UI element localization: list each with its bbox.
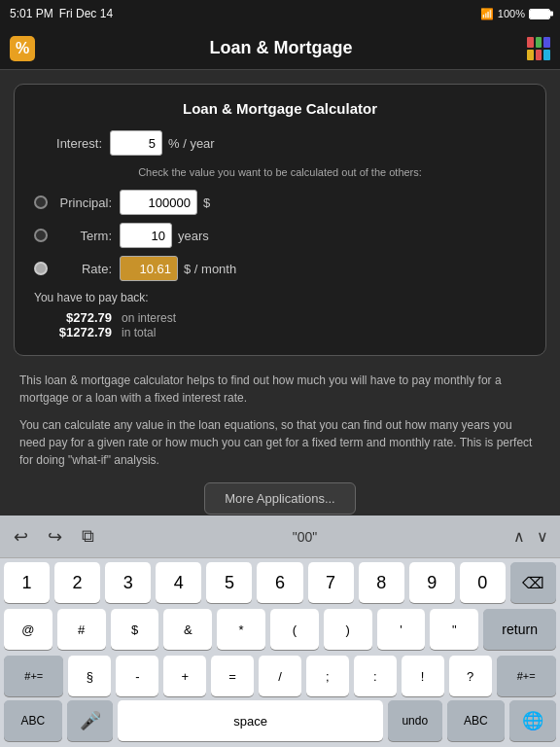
key-hash[interactable]: # <box>57 609 106 650</box>
key-dquote[interactable]: " <box>430 609 478 650</box>
key-4[interactable]: 4 <box>156 562 201 603</box>
key-colon[interactable]: : <box>354 656 397 696</box>
status-date: Fri Dec 14 <box>59 7 113 20</box>
interest-input[interactable] <box>110 130 162 156</box>
key-minus[interactable]: - <box>116 656 158 696</box>
key-ampersand[interactable]: & <box>163 609 212 650</box>
app-icon: % <box>10 36 35 61</box>
rate-label: Rate: <box>55 262 112 276</box>
key-dollar[interactable]: $ <box>111 609 159 650</box>
total-payback-row: $1272.79 in total <box>34 325 526 339</box>
main-content: Loan & Mortgage Calculator Interest: % /… <box>0 70 560 574</box>
rate-input[interactable] <box>120 256 178 281</box>
toolbar-left: ↩ ↪ ⧉ <box>8 522 100 551</box>
key-6[interactable]: 6 <box>257 562 302 603</box>
principal-label: Principal: <box>55 196 112 210</box>
symbol-row-2: #+= § - + = / ; : ! ? #+= <box>0 652 560 698</box>
key-equals[interactable]: = <box>211 656 254 696</box>
battery-icon <box>529 9 550 19</box>
key-return[interactable]: return <box>483 609 556 650</box>
key-rparen[interactable]: ) <box>324 609 372 650</box>
term-label: Term: <box>55 229 112 243</box>
undo-button[interactable]: ↩ <box>8 522 34 551</box>
description-para2: You can calculate any value in the loan … <box>19 416 541 469</box>
key-section[interactable]: § <box>68 656 111 696</box>
more-applications-button[interactable]: More Applications... <box>204 482 355 515</box>
page-title: Loan & Mortgage <box>35 38 527 58</box>
keyboard-toolbar: ↩ ↪ ⧉ "00" ∧ ∨ <box>0 516 560 558</box>
key-1[interactable]: 1 <box>4 562 50 603</box>
battery-fill <box>530 10 549 18</box>
key-squote[interactable]: ' <box>377 609 426 650</box>
term-unit: years <box>178 229 209 243</box>
toolbar-right: ∧ ∨ <box>509 523 552 550</box>
number-row: 1 2 3 4 5 6 7 8 9 0 ⌫ <box>0 558 560 605</box>
key-lparen[interactable]: ( <box>270 609 319 650</box>
battery-text: 100% <box>498 8 525 19</box>
key-more-symbols-2[interactable]: #+= <box>497 656 556 696</box>
symbol-row-1: @ # $ & * ( ) ' " return <box>0 605 560 652</box>
key-mic[interactable]: 🎤 <box>67 700 114 741</box>
status-time: 5:01 PM <box>10 7 53 20</box>
key-asterisk[interactable]: * <box>217 609 265 650</box>
key-abc-2[interactable]: ABC <box>447 700 506 741</box>
key-7[interactable]: 7 <box>308 562 354 603</box>
total-amount: $1272.79 <box>34 325 112 339</box>
term-input[interactable] <box>120 223 172 248</box>
interest-amount: $272.79 <box>34 310 112 325</box>
term-radio[interactable] <box>34 229 48 242</box>
check-note: Check the value you want to be calculate… <box>34 165 526 180</box>
key-undo[interactable]: undo <box>388 700 442 741</box>
wifi-icon: 📶 <box>480 8 494 20</box>
rate-unit: $ / month <box>184 262 236 276</box>
term-row: Term: years <box>34 223 526 248</box>
key-backspace[interactable]: ⌫ <box>510 562 556 603</box>
description-section: This loan & mortgage calculator helps to… <box>14 372 546 469</box>
payback-header: You have to pay back: <box>34 291 526 304</box>
principal-input[interactable] <box>120 190 197 215</box>
key-9[interactable]: 9 <box>409 562 455 603</box>
interest-payback-row: $272.79 on interest <box>34 310 526 325</box>
interest-unit: % / year <box>168 136 215 151</box>
key-abc[interactable]: ABC <box>4 700 62 741</box>
payback-section: You have to pay back: $272.79 on interes… <box>34 291 526 339</box>
interest-label: Interest: <box>34 136 102 151</box>
keyboard: ↩ ↪ ⧉ "00" ∧ ∨ 1 2 3 4 5 6 7 8 9 0 ⌫ @ #… <box>0 516 560 747</box>
key-plus[interactable]: + <box>163 656 206 696</box>
clipboard-button[interactable]: ⧉ <box>76 522 100 551</box>
rate-row: Rate: $ / month <box>34 256 526 281</box>
key-more-symbols[interactable]: #+= <box>4 656 63 696</box>
key-3[interactable]: 3 <box>105 562 151 603</box>
bottom-row: ABC 🎤 space undo ABC 🌐 <box>0 698 560 747</box>
principal-radio[interactable] <box>34 196 48 209</box>
principal-row: Principal: $ <box>34 190 526 215</box>
rate-radio[interactable] <box>34 262 48 275</box>
up-arrow-button[interactable]: ∧ <box>509 523 529 550</box>
key-question[interactable]: ? <box>449 656 492 696</box>
key-8[interactable]: 8 <box>359 562 404 603</box>
down-arrow-button[interactable]: ∨ <box>533 523 552 550</box>
key-exclaim[interactable]: ! <box>402 656 444 696</box>
status-bar: 5:01 PM Fri Dec 14 📶 100% <box>0 0 560 27</box>
calculator-card: Loan & Mortgage Calculator Interest: % /… <box>14 84 546 356</box>
calculator-title: Loan & Mortgage Calculator <box>34 100 526 117</box>
description-para1: This loan & mortgage calculator helps to… <box>19 372 541 407</box>
key-5[interactable]: 5 <box>206 562 252 603</box>
principal-unit: $ <box>203 196 210 210</box>
key-2[interactable]: 2 <box>54 562 100 603</box>
nav-bar: % Loan & Mortgage <box>0 27 560 70</box>
total-desc: in total <box>122 326 156 339</box>
grid-icon[interactable] <box>527 37 550 60</box>
toolbar-center-label: "00" <box>100 529 509 545</box>
key-space[interactable]: space <box>118 700 383 741</box>
key-slash[interactable]: / <box>259 656 301 696</box>
status-left: 5:01 PM Fri Dec 14 <box>10 7 113 20</box>
redo-button[interactable]: ↪ <box>42 522 68 551</box>
key-at[interactable]: @ <box>4 609 52 650</box>
key-emoji[interactable]: 🌐 <box>509 700 556 741</box>
interest-row: Interest: % / year <box>34 130 526 156</box>
key-semicolon[interactable]: ; <box>306 656 349 696</box>
interest-desc: on interest <box>122 311 176 325</box>
status-right: 📶 100% <box>480 8 550 20</box>
key-0[interactable]: 0 <box>460 562 506 603</box>
